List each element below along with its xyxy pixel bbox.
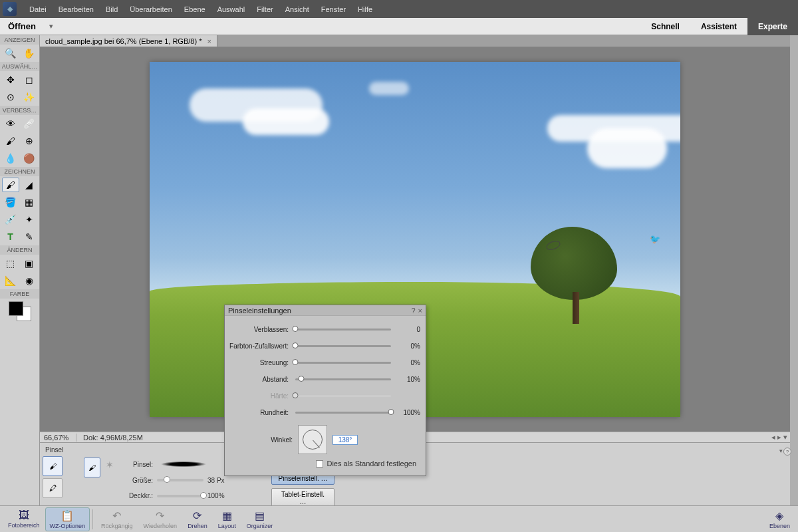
spacing-slider[interactable]	[295, 378, 391, 380]
app-icon: ◆	[3, 2, 17, 16]
brush-tool[interactable]: 🖌	[2, 178, 19, 192]
modebar: Öffnen ▾ Schnell Assistent Experte	[0, 18, 798, 35]
move-tool[interactable]: ✥	[2, 72, 19, 87]
menu-ueberarbeiten[interactable]: Überarbeiten	[124, 0, 178, 18]
menu-ansicht[interactable]: Ansicht	[279, 0, 315, 18]
menu-datei[interactable]: Datei	[23, 0, 53, 18]
menu-auswahl[interactable]: Auswahl	[211, 0, 251, 18]
crop-tool[interactable]: ⬚	[2, 256, 19, 271]
foreground-color[interactable]	[9, 301, 23, 316]
tb-section-auswaehlen: AUSWÄHL…	[0, 62, 39, 71]
size-label: Größe:	[121, 477, 153, 484]
hardness-slider	[295, 395, 391, 397]
smart-brush-tool[interactable]: 🖌	[2, 134, 19, 148]
blur-tool[interactable]: 💧	[2, 151, 19, 166]
scatter-slider[interactable]	[295, 362, 391, 364]
cookie-tool[interactable]: ◉	[21, 273, 38, 288]
hue-jitter-label: Farbton-Zufallswert:	[229, 342, 289, 350]
tb-section-zeichnen: ZEICHNEN	[0, 167, 39, 176]
document-tab[interactable]: cloud_sample.jpg bei 66,7% (Ebene 1, RGB…	[40, 35, 217, 47]
menu-filter[interactable]: Filter	[251, 0, 279, 18]
brush-variant-2[interactable]: ✶	[102, 458, 117, 472]
angle-label: Winkel:	[253, 436, 293, 444]
roundness-slider[interactable]	[295, 412, 391, 414]
menu-bild[interactable]: Bild	[100, 0, 124, 18]
clone-tool[interactable]: ⊕	[21, 134, 38, 148]
straighten-tool[interactable]: 📐	[2, 273, 19, 288]
fill-tool[interactable]: 🪣	[2, 195, 19, 209]
brush-preset-2[interactable]: 🖍	[43, 478, 63, 498]
footer-organizer[interactable]: ▤Organizer	[241, 509, 279, 529]
size-value: 38 Px	[207, 477, 234, 484]
footer-rotate[interactable]: ⟳Drehen	[182, 509, 213, 529]
gradient-tool[interactable]: ▦	[21, 195, 38, 209]
redeye-tool[interactable]: 👁	[2, 116, 19, 131]
open-button[interactable]: Öffnen	[0, 18, 44, 35]
right-scrollbar[interactable]	[790, 35, 798, 505]
hue-jitter-slider[interactable]	[295, 345, 391, 347]
tab-schnell[interactable]: Schnell	[640, 18, 690, 35]
doc-size: Dok: 4,96M/8,25M	[76, 434, 150, 442]
eraser-tool[interactable]: ◢	[21, 178, 38, 192]
sponge-tool[interactable]: 🟤	[21, 151, 38, 166]
brush-stroke-preview[interactable]	[157, 460, 210, 468]
footer-layout[interactable]: ▦Layout	[213, 509, 241, 529]
wand-tool[interactable]: ✨	[21, 90, 38, 104]
angle-dial[interactable]	[298, 425, 327, 454]
color-swatch[interactable]	[9, 301, 31, 321]
tb-section-verbessern: VERBESS…	[0, 106, 39, 115]
help-icon[interactable]: ?	[783, 448, 791, 456]
rotate-icon: ⟳	[193, 509, 201, 522]
opacity-slider[interactable]	[157, 495, 203, 497]
eyedropper-tool[interactable]: 💉	[2, 212, 19, 227]
dialog-help-icon[interactable]: ?	[411, 307, 415, 315]
tree-image	[534, 224, 614, 324]
dialog-titlebar[interactable]: Pinseleinstellungen ? ×	[225, 305, 426, 316]
options-dropdown-icon[interactable]: ▾	[779, 448, 783, 454]
footer-ebenen[interactable]: ◈Ebenen	[764, 509, 795, 529]
footer-wz-optionen[interactable]: 📋WZ-Optionen	[45, 507, 90, 531]
tb-section-farbe: FARBE	[0, 289, 39, 299]
footer-fotobereich[interactable]: 🖼Fotobereich	[3, 509, 45, 529]
menu-fenster[interactable]: Fenster	[315, 0, 352, 18]
footer-redo[interactable]: ↷Wiederholen	[138, 509, 183, 529]
fade-label: Verblassen:	[229, 326, 289, 333]
hand-tool[interactable]: ✋	[21, 46, 38, 61]
brush-variant-1[interactable]: 🖌	[84, 458, 100, 477]
shape-tool[interactable]: ✦	[21, 212, 38, 227]
footer-bar: 🖼Fotobereich 📋WZ-Optionen ↶Rückgängig ↷W…	[0, 505, 798, 532]
footer-undo[interactable]: ↶Rückgängig	[96, 509, 138, 529]
tb-section-aendern: ÄNDERN	[0, 245, 39, 255]
dialog-title: Pinseleinstellungen	[228, 307, 291, 315]
tab-experte[interactable]: Experte	[747, 18, 798, 35]
open-dropdown-icon[interactable]: ▾	[44, 22, 59, 31]
size-slider[interactable]	[157, 479, 203, 481]
angle-input[interactable]	[332, 435, 358, 445]
menu-bearbeiten[interactable]: Bearbeiten	[53, 0, 100, 18]
menu-ebene[interactable]: Ebene	[178, 0, 211, 18]
layers-icon: ◈	[775, 509, 783, 522]
recompose-tool[interactable]: ▣	[21, 256, 38, 271]
zoom-level[interactable]: 66,67%	[40, 434, 76, 442]
cloud	[243, 108, 329, 135]
h-scroll[interactable]: ◂ ▸ ▾	[771, 433, 790, 442]
tab-assistent[interactable]: Assistent	[690, 18, 747, 35]
tool-palette: ANZEIGEN 🔍 ✋ AUSWÄHL… ✥ ◻ ⊙ ✨ VERBESS… 👁…	[0, 35, 40, 505]
hue-jitter-value: 0%	[398, 342, 420, 350]
brush-preset-1[interactable]: 🖌	[43, 456, 63, 476]
roundness-value: 100%	[398, 409, 420, 416]
tb-section-anzeigen: ANZEIGEN	[0, 35, 39, 45]
menubar: ◆ Datei Bearbeiten Bild Überarbeiten Ebe…	[0, 0, 798, 18]
spot-heal-tool[interactable]: 🩹	[21, 116, 38, 131]
opacity-value: 100%	[207, 492, 234, 499]
menu-hilfe[interactable]: Hilfe	[352, 0, 378, 18]
type-tool[interactable]: T	[2, 229, 19, 244]
pencil-tool[interactable]: ✎	[21, 229, 38, 244]
marquee-tool[interactable]: ◻	[21, 72, 38, 87]
lasso-tool[interactable]: ⊙	[2, 90, 19, 104]
dialog-close-icon[interactable]: ×	[418, 307, 422, 315]
set-default-checkbox[interactable]	[316, 460, 323, 467]
zoom-tool[interactable]: 🔍	[2, 46, 19, 61]
fade-slider[interactable]	[295, 329, 391, 331]
close-icon[interactable]: ×	[207, 37, 211, 45]
